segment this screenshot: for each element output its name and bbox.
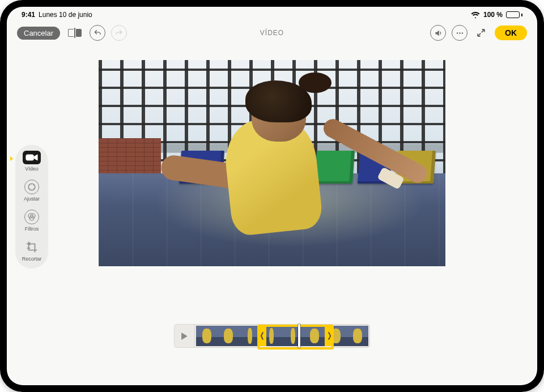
tool-adjust[interactable]: Ajustar: [18, 180, 45, 202]
playhead[interactable]: [298, 324, 300, 348]
svg-point-0: [456, 32, 458, 34]
wifi-icon: [471, 11, 480, 18]
tool-adjust-label: Ajustar: [24, 196, 40, 202]
battery-percent: 100 %: [483, 11, 503, 19]
undo-button[interactable]: [90, 25, 105, 41]
filters-icon: [24, 210, 39, 224]
redo-button[interactable]: [111, 25, 127, 41]
status-bar: 9:41 Lunes 10 de junio 100 %: [7, 7, 537, 20]
compare-original-button[interactable]: [66, 28, 84, 38]
more-options-button[interactable]: [452, 25, 468, 41]
adjust-icon: [24, 180, 39, 194]
tool-video-label: Vídeo: [25, 166, 39, 172]
filmstrip[interactable]: [196, 326, 368, 346]
status-time: 9:41: [22, 11, 35, 19]
active-tool-indicator: [10, 156, 13, 161]
play-button[interactable]: [174, 324, 194, 348]
edit-tools-sidebar: Vídeo Ajustar Filtros Recortar: [16, 145, 48, 267]
svg-point-2: [461, 32, 463, 34]
svg-point-1: [459, 32, 461, 34]
tool-crop[interactable]: Recortar: [18, 240, 45, 262]
crop-icon: [24, 240, 39, 254]
volume-button[interactable]: [430, 25, 446, 41]
svg-rect-3: [26, 155, 34, 160]
battery-icon: [506, 11, 522, 18]
status-date: Lunes 10 de junio: [39, 11, 92, 19]
tool-filters[interactable]: Filtros: [18, 210, 45, 232]
tool-video[interactable]: Vídeo: [18, 151, 45, 172]
tool-crop-label: Recortar: [22, 256, 42, 262]
mode-title: VÍDEO: [260, 29, 284, 37]
cancel-button[interactable]: Cancelar: [17, 27, 60, 40]
trim-handle-start[interactable]: [257, 326, 266, 346]
done-button[interactable]: OK: [495, 25, 527, 40]
video-timeline: [174, 324, 370, 348]
trim-range[interactable]: [257, 325, 334, 350]
fullscreen-button[interactable]: [473, 25, 489, 41]
video-preview[interactable]: [99, 60, 445, 266]
video-icon: [23, 151, 41, 164]
trim-handle-end[interactable]: [325, 326, 334, 346]
tool-filters-label: Filtros: [25, 226, 39, 232]
editor-toolbar: Cancelar VÍDEO OK: [7, 20, 537, 45]
